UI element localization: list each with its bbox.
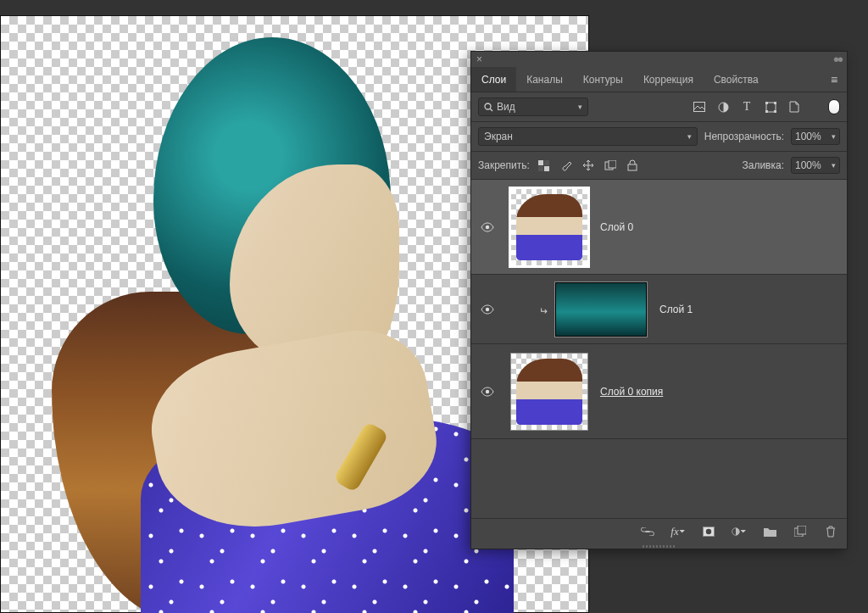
svg-point-17 (486, 307, 489, 310)
svg-rect-8 (774, 110, 776, 113)
filter-row: Вид ▾ T (471, 92, 847, 122)
tab-layers[interactable]: Слои (471, 67, 516, 92)
layer-filter-kind[interactable]: Вид ▾ (478, 98, 588, 116)
link-icon[interactable] (640, 524, 655, 539)
tab-label: Слои (481, 74, 506, 86)
artwork-preview (26, 29, 425, 613)
layer-thumbnail[interactable] (510, 353, 588, 431)
image-filter-icon[interactable] (691, 99, 708, 114)
layer-filter-label: Вид (497, 101, 515, 113)
layers-list[interactable]: Слой 0 ↵ Слой 1 (471, 180, 847, 518)
svg-rect-2 (694, 103, 705, 112)
opacity-field[interactable]: 100% ▾ (791, 128, 840, 145)
chevron-down-icon: ▾ (578, 103, 582, 111)
layer-row[interactable]: Слой 0 копия (471, 344, 847, 439)
panel-titlebar: × •• (471, 52, 847, 67)
text-filter-icon[interactable]: T (738, 99, 755, 114)
svg-rect-10 (544, 160, 549, 165)
blend-mode-select[interactable]: Экран ▾ (478, 127, 698, 146)
layer-name[interactable]: Слой 1 (659, 304, 693, 315)
svg-rect-12 (544, 166, 549, 171)
tab-label: Свойства (714, 74, 759, 86)
layers-footer: fx⏷ ⏷ (471, 518, 847, 543)
trash-icon[interactable] (823, 524, 838, 539)
lock-artboard-icon[interactable] (603, 158, 618, 173)
tab-label: Каналы (526, 74, 563, 86)
layers-panel: × •• Слои Каналы Контуры Коррекция Свойс… (470, 51, 848, 549)
layer-row[interactable]: Слой 0 (471, 180, 847, 275)
tab-channels[interactable]: Каналы (516, 67, 573, 92)
layer-name[interactable]: Слой 0 копия (600, 386, 663, 398)
svg-line-1 (490, 109, 492, 111)
group-icon[interactable] (762, 524, 777, 539)
resize-grip[interactable] (471, 543, 847, 549)
svg-rect-9 (538, 160, 543, 165)
clipping-mask-icon: ↵ (539, 305, 548, 317)
chevron-down-icon: ▾ (832, 132, 836, 141)
svg-rect-6 (774, 102, 776, 104)
lock-label: Закрепить: (478, 159, 530, 171)
lock-pixels-icon[interactable] (537, 158, 552, 173)
lock-row: Закрепить: Заливка: 100% ▾ (471, 152, 847, 180)
fill-field[interactable]: 100% ▾ (791, 157, 840, 174)
new-layer-icon[interactable] (793, 524, 808, 539)
svg-point-21 (706, 528, 711, 533)
blend-row: Экран ▾ Непрозрачность: 100% ▾ (471, 122, 847, 152)
layer-row[interactable]: ↵ Слой 1 (471, 275, 847, 344)
blend-mode-value: Экран (484, 131, 513, 142)
chevron-down-icon: ▾ (832, 161, 836, 170)
svg-point-0 (485, 103, 491, 109)
panel-tabs: Слои Каналы Контуры Коррекция Свойства ≡ (471, 67, 847, 92)
lock-position-icon[interactable] (581, 158, 596, 173)
visibility-icon[interactable] (476, 387, 498, 397)
shape-filter-icon[interactable] (762, 99, 779, 114)
foreground-swatch[interactable] (828, 99, 840, 114)
opacity-value: 100% (795, 131, 821, 142)
svg-rect-11 (538, 166, 543, 171)
layer-name[interactable]: Слой 0 (600, 221, 633, 233)
lock-all-icon[interactable] (625, 158, 640, 173)
fill-label: Заливка: (742, 159, 784, 171)
fx-icon[interactable]: fx⏷ (670, 524, 686, 539)
visibility-icon[interactable] (476, 222, 498, 232)
opacity-label: Непрозрачность: (704, 131, 784, 142)
mask-icon[interactable] (701, 524, 716, 539)
layer-thumbnail[interactable] (554, 281, 648, 337)
tab-paths[interactable]: Контуры (573, 67, 633, 92)
lock-brush-icon[interactable] (559, 158, 574, 173)
new-adjustment-icon[interactable]: ⏷ (732, 524, 747, 539)
tab-label: Контуры (583, 74, 623, 86)
menu-icon[interactable]: ≡ (821, 73, 847, 86)
svg-rect-5 (765, 102, 768, 104)
svg-point-18 (486, 389, 489, 393)
search-icon (484, 103, 493, 112)
fill-value: 100% (795, 159, 821, 171)
adjustment-filter-icon[interactable] (715, 99, 732, 114)
svg-rect-7 (765, 110, 768, 113)
layer-thumbnail[interactable] (510, 188, 588, 266)
smart-filter-icon[interactable] (786, 99, 803, 114)
chevron-down-icon: ▾ (687, 132, 692, 141)
tab-label: Коррекция (643, 74, 693, 86)
svg-rect-19 (645, 531, 650, 532)
svg-rect-24 (798, 526, 806, 534)
tab-adjustments[interactable]: Коррекция (633, 67, 704, 92)
close-icon[interactable]: × (476, 53, 482, 65)
visibility-icon[interactable] (476, 304, 498, 315)
svg-rect-14 (609, 160, 616, 168)
tab-properties[interactable]: Свойства (704, 67, 769, 92)
svg-point-16 (486, 225, 489, 228)
svg-rect-15 (628, 164, 637, 170)
